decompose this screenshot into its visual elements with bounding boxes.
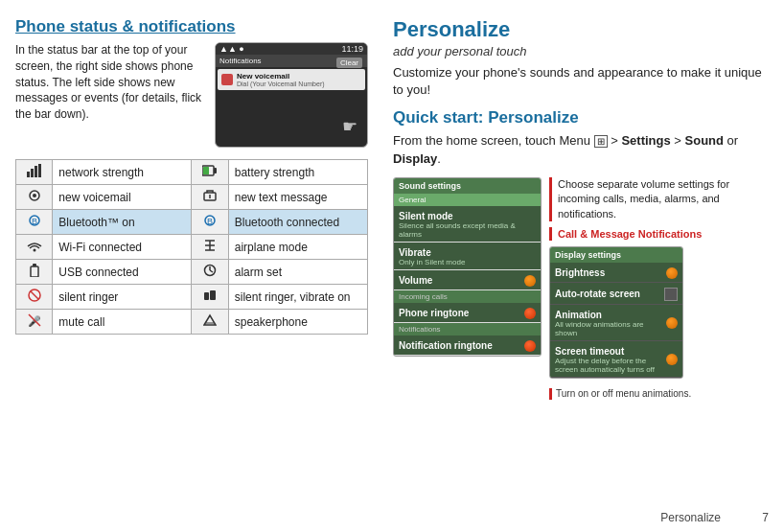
notif-dot xyxy=(524,340,536,352)
label-cell-right: Bluetooth connected xyxy=(228,210,367,235)
turn-on-line xyxy=(549,388,552,400)
svg-rect-1 xyxy=(31,169,34,177)
left-title: Phone status & notifications xyxy=(15,17,368,36)
brightness-title: Brightness xyxy=(555,267,605,278)
notif-ringtone-title: Notification ringtone xyxy=(399,340,493,351)
table-row: 🎤 mute call speakerphone xyxy=(16,310,368,335)
call-message-notif-label: Call & Message Notifications xyxy=(558,228,702,240)
notif-ringtone-item[interactable]: Notification ringtone xyxy=(394,335,541,356)
volume-title: Volume xyxy=(399,275,432,286)
label-cell-left: USB connected xyxy=(53,260,192,285)
silent-mode-sub: Silence all sounds except media & alarms xyxy=(399,221,536,239)
general-label: General xyxy=(394,194,541,206)
icon-cell-left xyxy=(16,235,53,260)
svg-point-8 xyxy=(33,194,36,197)
volume-dot xyxy=(524,275,536,287)
callout-display-area: Choose separate volume settings for inco… xyxy=(549,177,769,400)
notification-area: Clear Notifications xyxy=(216,55,367,67)
ringtone-dot xyxy=(524,308,536,319)
bottom-area: Sound settings General Silent mode Silen… xyxy=(393,177,769,400)
callout-volume-text: Choose separate volume settings for inco… xyxy=(558,177,769,221)
quick-period: . xyxy=(437,151,441,166)
left-column: Phone status & notifications ▲▲ ● 11:19 … xyxy=(0,0,383,532)
icon-cell-left xyxy=(16,185,53,210)
quick-start-desc: From the home screen, touch Menu ⊞ > Set… xyxy=(393,132,769,167)
brightness-item[interactable]: Brightness xyxy=(550,263,682,283)
icon-cell-right xyxy=(192,160,228,185)
volume-item[interactable]: Volume xyxy=(394,270,541,290)
tagline: add your personal touch xyxy=(393,44,769,58)
label-cell-right: speakerphone xyxy=(228,310,367,335)
turn-on-text: Turn on or off menu animations. xyxy=(556,388,691,399)
svg-point-15 xyxy=(33,248,35,251)
icon-cell-right xyxy=(192,185,228,210)
animation-item[interactable]: Animation All window animations are show… xyxy=(550,305,682,341)
icon-cell-right xyxy=(192,260,228,285)
sound-link: Sound xyxy=(685,133,724,148)
label-cell-right: airplane mode xyxy=(228,235,367,260)
icon-cell-left xyxy=(16,285,53,310)
phone-ringtone-item[interactable]: Phone ringtone xyxy=(394,303,541,323)
display-settings-screen: Display settings Brightness Auto-rotate … xyxy=(549,246,683,379)
table-row: silent ringer silent ringer, vibrate on xyxy=(16,285,368,310)
right-title: Personalize xyxy=(393,17,769,42)
icon-cell-right: B xyxy=(192,210,228,235)
svg-rect-5 xyxy=(214,168,217,173)
status-table: network strength battery strength new vo… xyxy=(15,159,368,335)
turn-on-label: Turn on or off menu animations. xyxy=(549,388,769,400)
display-header: Display settings xyxy=(550,247,682,263)
vibrate-title: Vibrate xyxy=(399,247,536,258)
silent-mode-item[interactable]: Silent mode Silence all sounds except me… xyxy=(394,206,541,243)
svg-rect-21 xyxy=(31,266,38,277)
callout-line-2 xyxy=(549,227,552,241)
label-cell-left: new voicemail xyxy=(53,185,192,210)
screen-timeout-title: Screen timeout xyxy=(555,346,666,357)
callout-line-1 xyxy=(549,177,552,221)
label-cell-left: Wi-Fi connected xyxy=(53,235,192,260)
voicemail-sub: Dial (Your Voicemail Number) xyxy=(237,81,325,87)
brightness-dot xyxy=(666,267,678,279)
icon-cell-left: B xyxy=(16,210,53,235)
vibrate-sub: Only in Silent mode xyxy=(399,258,536,266)
icon-cell-left xyxy=(16,160,53,185)
screen-timeout-dot xyxy=(666,354,678,365)
incoming-label: Incoming calls xyxy=(394,290,541,303)
label-cell-left: mute call xyxy=(53,310,192,335)
clear-button[interactable]: Clear xyxy=(336,58,362,68)
sound-settings-screen: Sound settings General Silent mode Silen… xyxy=(393,177,542,357)
voicemail-notification: New voicemail Dial (Your Voicemail Numbe… xyxy=(218,69,365,90)
settings-link: Settings xyxy=(621,133,670,148)
silent-mode-title: Silent mode xyxy=(399,211,536,221)
label-cell-left: network strength xyxy=(53,160,192,185)
svg-line-24 xyxy=(210,270,213,272)
voicemail-icon xyxy=(221,74,233,85)
icon-cell-right xyxy=(192,235,228,260)
screen-timeout-item[interactable]: Screen timeout Adjust the delay before t… xyxy=(550,341,682,378)
menu-icon-inline: ⊞ xyxy=(594,135,608,148)
auto-rotate-item[interactable]: Auto-rotate screen xyxy=(550,283,682,305)
page-label: Personalize xyxy=(660,511,721,524)
svg-rect-3 xyxy=(38,164,41,177)
screen-timeout-sub: Adjust the delay before the screen autom… xyxy=(555,357,666,374)
phone-screenshot: ▲▲ ● 11:19 Clear Notifications New voice… xyxy=(215,42,368,148)
svg-text:B: B xyxy=(207,217,213,226)
svg-rect-0 xyxy=(27,172,30,177)
icon-cell-right xyxy=(192,285,228,310)
callout-volume: Choose separate volume settings for inco… xyxy=(549,177,769,221)
table-row: new voicemail new text message xyxy=(16,185,368,210)
auto-rotate-title: Auto-rotate screen xyxy=(555,289,640,299)
phone-ringtone-title: Phone ringtone xyxy=(399,308,469,318)
phone-status-bar: ▲▲ ● 11:19 xyxy=(216,43,367,55)
label-cell-left: Bluetooth™ on xyxy=(53,210,192,235)
label-cell-right: silent ringer, vibrate on xyxy=(228,285,367,310)
hand-gesture-icon: ☛ xyxy=(342,116,357,137)
auto-rotate-checkbox[interactable] xyxy=(664,288,678,301)
quick-or: or xyxy=(724,133,738,148)
table-row: USB connected alarm set xyxy=(16,260,368,285)
quick-desc-gt2: > xyxy=(671,133,685,148)
icon-cell-left: 🎤 xyxy=(16,310,53,335)
vibrate-item[interactable]: Vibrate Only in Silent mode xyxy=(394,243,541,270)
table-row: B Bluetooth™ on B Bluetooth connected xyxy=(16,210,368,235)
notifications-section-label: Notifications xyxy=(394,323,541,335)
phone-signal-icons: ▲▲ ● xyxy=(219,44,244,54)
